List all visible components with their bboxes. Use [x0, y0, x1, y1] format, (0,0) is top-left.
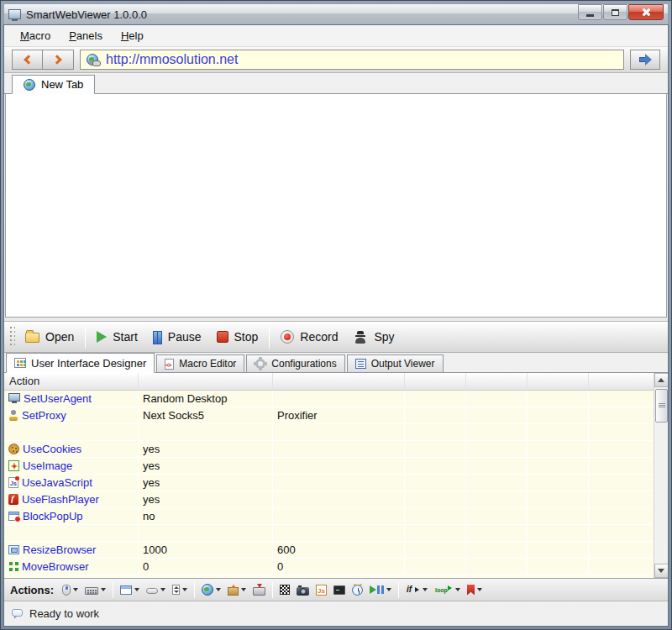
popup-icon [8, 512, 19, 521]
url-field[interactable]: http://mmosolution.net [80, 50, 624, 70]
param-cell[interactable]: Proxifier [273, 407, 405, 423]
toolbar-separator [272, 582, 273, 598]
import-actions-button[interactable] [250, 582, 268, 597]
bookmark-button[interactable] [465, 583, 485, 597]
tab-new-tab[interactable]: New Tab [12, 75, 95, 94]
row-movebrowser[interactable]: MoveBrowser 0 0 [4, 559, 654, 575]
web-actions-button[interactable] [199, 582, 223, 597]
action-name[interactable]: ResizeBrowser [23, 543, 96, 556]
param-cell[interactable]: Next Socks5 [139, 407, 273, 423]
console-button[interactable] [331, 584, 348, 596]
param-cell[interactable]: 1000 [139, 542, 273, 558]
param-cell[interactable]: 0 [273, 559, 405, 575]
action-name[interactable]: UseFlashPlayer [22, 493, 99, 506]
qrcode-button[interactable] [277, 583, 292, 596]
toolbar-separator [85, 326, 86, 349]
maximize-button[interactable] [603, 4, 627, 20]
if-condition-button[interactable] [403, 583, 430, 597]
param-cell[interactable]: yes [139, 491, 273, 507]
param-cell[interactable]: 0 [139, 559, 273, 575]
browser-content[interactable] [5, 94, 667, 318]
param-cell[interactable] [273, 475, 405, 491]
action-name[interactable]: UseJavaScript [22, 476, 92, 489]
spy-button[interactable]: Spy [345, 326, 402, 348]
tab-configurations[interactable]: Configurations [246, 354, 344, 372]
menu-panels[interactable]: Panels [60, 26, 112, 45]
row-empty[interactable] [4, 525, 654, 542]
close-button[interactable] [628, 4, 664, 20]
record-button[interactable]: Record [273, 326, 345, 348]
row-useimage[interactable]: UseImage yes [4, 458, 654, 475]
action-name[interactable]: SetUserAgent [24, 392, 92, 405]
scroll-down-button[interactable] [654, 564, 669, 578]
tab-macro-editor[interactable]: Macro Editor [156, 354, 244, 372]
action-name[interactable]: UseCookies [23, 443, 81, 455]
param-cell[interactable] [273, 441, 405, 457]
spinner-actions-button[interactable] [170, 583, 190, 596]
header-action[interactable]: Action [4, 373, 139, 390]
pause-button[interactable]: Pause [145, 326, 209, 348]
param-cell[interactable]: Random Desktop [139, 391, 273, 407]
row-setproxy[interactable]: SetProxy Next Socks5 Proxifier [4, 407, 654, 424]
menu-help[interactable]: Help [112, 26, 153, 45]
actions-toolbar: Actions: [4, 579, 668, 601]
param-cell[interactable]: 600 [273, 542, 405, 558]
action-name[interactable]: MoveBrowser [22, 560, 88, 573]
menu-bar: Macro Panels Help [4, 25, 668, 47]
minimize-button[interactable] [578, 4, 602, 20]
alarm-clock-icon [352, 585, 363, 596]
stop-button[interactable]: Stop [209, 326, 266, 348]
param-cell[interactable] [273, 508, 405, 524]
button-actions-button[interactable] [144, 584, 168, 596]
back-button[interactable] [12, 50, 43, 70]
action-name[interactable]: SetProxy [22, 409, 66, 422]
row-empty[interactable] [4, 424, 654, 441]
param-cell[interactable] [273, 491, 405, 507]
minimize-icon [586, 14, 594, 17]
javascript-action-button[interactable] [313, 583, 329, 597]
param-cell[interactable]: yes [139, 441, 273, 457]
row-setuseragent[interactable]: SetUserAgent Random Desktop [4, 391, 654, 407]
row-resizebrowser[interactable]: ResizeBrowser 1000 600 [4, 542, 654, 559]
tab-user-interface-designer[interactable]: User Interface Designer [6, 353, 155, 373]
open-button[interactable]: Open [18, 326, 81, 348]
param-cell[interactable]: yes [139, 475, 273, 491]
scroll-up-button[interactable] [654, 373, 669, 387]
start-button[interactable]: Start [89, 326, 145, 348]
window-icon [120, 585, 132, 595]
action-name[interactable]: UseImage [23, 459, 72, 472]
scroll-thumb[interactable] [655, 389, 668, 423]
toolbar-grip[interactable] [9, 326, 15, 348]
scroll-track[interactable] [654, 387, 669, 564]
play-pause-actions-button[interactable] [367, 583, 394, 596]
timer-button[interactable] [349, 583, 365, 597]
url-text[interactable]: http://mmosolution.net [106, 52, 238, 67]
row-blockpopup[interactable]: BlockPopUp no [4, 508, 654, 525]
status-bar: Ready to work [4, 601, 668, 626]
forward-button[interactable] [43, 50, 74, 70]
param-cell[interactable]: no [139, 508, 273, 524]
vertical-scrollbar[interactable] [654, 373, 668, 578]
row-useflashplayer[interactable]: UseFlashPlayer yes [4, 491, 654, 508]
package-actions-button[interactable] [225, 583, 249, 597]
menu-macro[interactable]: Macro [11, 26, 60, 45]
mouse-icon [62, 585, 71, 596]
screenshot-button[interactable] [294, 583, 312, 597]
row-usecookies[interactable]: UseCookies yes [4, 441, 654, 458]
dropdown-arrow-icon [101, 588, 106, 591]
loop-button[interactable] [432, 583, 463, 597]
param-cell[interactable]: yes [139, 458, 273, 474]
row-usejavascript[interactable]: UseJavaScript yes [4, 475, 654, 491]
titlebar[interactable]: SmartWebViewer 1.0.0.0 [3, 3, 669, 24]
param-cell[interactable] [273, 391, 405, 407]
forward-icon [52, 55, 61, 64]
action-name[interactable]: BlockPopUp [23, 510, 83, 522]
table-header[interactable]: Action [4, 373, 654, 391]
window-actions-button[interactable] [118, 584, 142, 596]
tab-output-viewer[interactable]: Output Viewer [347, 354, 444, 372]
mouse-actions-button[interactable] [60, 583, 81, 597]
param-cell[interactable] [273, 458, 405, 474]
go-button[interactable] [630, 50, 660, 70]
go-arrow-icon [639, 57, 645, 62]
keyboard-actions-button[interactable] [82, 584, 108, 596]
